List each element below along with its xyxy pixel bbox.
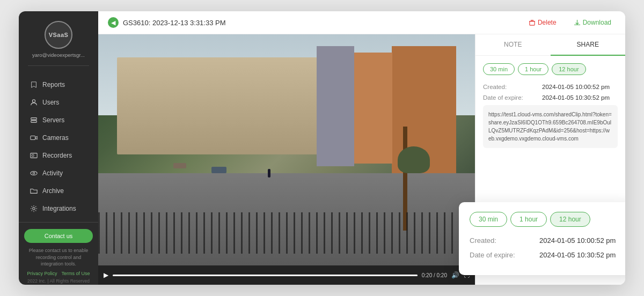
floating-expire-value: 2024-01-05 10:30:52 pm: [539, 251, 616, 259]
back-arrow-icon[interactable]: ◀: [108, 17, 119, 28]
time-display: 0:20 / 0:20: [422, 272, 447, 278]
sidebar-item-label: Archive: [42, 187, 64, 195]
tree-canopy: [398, 146, 430, 173]
expire-value: 2024-01-05 10:30:52 pm: [542, 94, 610, 101]
volume-icon[interactable]: 🔊: [451, 271, 459, 279]
duration-12hour-btn[interactable]: 12 hour: [552, 63, 586, 75]
floating-30min-btn[interactable]: 30 min: [470, 212, 507, 227]
tabs-header: NOTE SHARE: [475, 34, 625, 56]
sidebar-note: Please contact us to enable recording co…: [24, 247, 93, 268]
topbar: ◀ GS3610: 2023-12-13 3:31:33 PM Delete D…: [98, 11, 625, 34]
expire-row: Date of expire: 2024-01-05 10:30:52 pm: [483, 94, 618, 101]
sidebar-email: yaro@videoexpertsgr...: [28, 52, 89, 66]
folder-icon: [30, 187, 38, 195]
duration-30min-btn[interactable]: 30 min: [483, 63, 515, 75]
created-value: 2024-01-05 10:00:52 pm: [542, 84, 610, 90]
share-url-text: https://test1.cloud-vms.com/sharedClip.h…: [488, 112, 612, 142]
privacy-link[interactable]: Privacy Policy: [27, 271, 57, 276]
contact-button[interactable]: Contact us: [24, 229, 93, 243]
sidebar-item-reports[interactable]: Reports: [22, 76, 95, 93]
svg-rect-3: [31, 136, 35, 140]
sidebar-item-label: Servers: [42, 116, 64, 124]
recorder-icon: [30, 151, 38, 160]
sidebar-logo: VSaaS yaro@videoexpertsgr...: [19, 11, 98, 71]
car-2: [173, 163, 186, 168]
video-panel: ▶ 0:20 / 0:20 🔊 ⛶: [98, 34, 475, 285]
sidebar-links: Privacy Policy Terms of Use: [24, 271, 93, 276]
floating-share-card: 30 min 1 hour 12 hour Created: 2024-01-0…: [459, 202, 625, 275]
tab-share[interactable]: SHARE: [551, 34, 626, 56]
user-icon: [30, 98, 38, 107]
video-controls: ▶ 0:20 / 0:20 🔊 ⛶: [98, 265, 475, 285]
sidebar-item-label: Activity: [42, 169, 63, 177]
camera-icon: [30, 134, 38, 142]
svg-rect-1: [31, 118, 37, 120]
download-label: Download: [583, 19, 611, 26]
bookmark-icon: [30, 80, 38, 89]
app-window: VSaaS yaro@videoexpertsgr... Reports Use…: [19, 11, 625, 285]
sidebar-item-label: Users: [42, 99, 59, 106]
sidebar-item-users[interactable]: Users: [22, 94, 95, 111]
sidebar-item-integrations[interactable]: Integrations: [22, 200, 95, 217]
page-title: GS3610: 2023-12-13 3:31:33 PM: [123, 19, 226, 27]
floating-duration-buttons: 30 min 1 hour 12 hour: [470, 212, 625, 227]
progress-bar[interactable]: [113, 275, 418, 276]
floating-created-value: 2024-01-05 10:00:52 pm: [539, 236, 616, 245]
sidebar-item-label: Recorders: [42, 152, 72, 159]
svg-point-8: [33, 208, 35, 210]
sidebar: VSaaS yaro@videoexpertsgr... Reports Use…: [19, 11, 98, 285]
topbar-title: ◀ GS3610: 2023-12-13 3:31:33 PM: [108, 17, 226, 28]
building-2: [349, 53, 392, 164]
video-frame: [98, 34, 475, 265]
car-1: [211, 167, 226, 173]
logo-circle: VSaaS: [45, 21, 72, 49]
svg-point-7: [33, 172, 35, 174]
trash-icon: [529, 19, 536, 26]
sidebar-footer: Contact us Please contact us to enable r…: [19, 222, 98, 285]
fence: [98, 212, 475, 254]
sidebar-item-servers[interactable]: Servers: [22, 112, 95, 129]
share-url-box[interactable]: https://test1.cloud-vms.com/sharedClip.h…: [483, 105, 618, 148]
progress-fill: [113, 275, 418, 276]
svg-rect-2: [31, 121, 37, 123]
sidebar-item-cameras[interactable]: Cameras: [22, 129, 95, 146]
logo-text: VSaaS: [49, 32, 69, 38]
download-button[interactable]: Download: [569, 17, 616, 28]
sidebar-item-recorders[interactable]: Recorders: [22, 147, 95, 164]
floating-12hour-btn[interactable]: 12 hour: [550, 212, 590, 227]
building-3: [317, 46, 354, 166]
sidebar-item-label: Integrations: [42, 205, 76, 212]
sidebar-nav: Reports Users Servers Cameras: [19, 71, 98, 222]
sidebar-item-archive[interactable]: Archive: [22, 182, 95, 199]
road-perspective: [117, 57, 343, 154]
floating-expire-label: Date of expire:: [470, 251, 539, 259]
delete-button[interactable]: Delete: [524, 17, 561, 28]
topbar-actions: Delete Download: [524, 17, 616, 28]
svg-rect-5: [32, 154, 34, 157]
eye-icon: [30, 169, 38, 177]
server-icon: [30, 116, 38, 124]
expire-label: Date of expire:: [483, 94, 542, 101]
duration-1hour-btn[interactable]: 1 hour: [518, 63, 548, 75]
svg-point-0: [32, 100, 35, 102]
gear-icon: [30, 204, 38, 213]
svg-point-6: [31, 172, 37, 175]
download-icon: [574, 19, 581, 26]
sidebar-item-activity[interactable]: Activity: [22, 165, 95, 182]
svg-rect-9: [530, 21, 535, 25]
person-silhouette: [268, 169, 270, 177]
created-label: Created:: [483, 84, 542, 90]
duration-buttons: 30 min 1 hour 12 hour: [483, 63, 618, 75]
floating-expire-row: Date of expire: 2024-01-05 10:30:52 pm: [470, 251, 625, 259]
year-notice: 2022 Inc. | All Rights Reserved: [24, 278, 93, 284]
created-row: Created: 2024-01-05 10:00:52 pm: [483, 84, 618, 90]
delete-label: Delete: [538, 19, 557, 26]
sidebar-item-label: Reports: [42, 81, 65, 88]
floating-created-row: Created: 2024-01-05 10:00:52 pm: [470, 236, 625, 245]
terms-link[interactable]: Terms of Use: [62, 271, 90, 276]
play-button[interactable]: ▶: [104, 271, 108, 279]
tab-note[interactable]: NOTE: [475, 34, 551, 56]
floating-created-label: Created:: [470, 236, 539, 245]
sidebar-item-label: Cameras: [42, 134, 69, 142]
floating-1hour-btn[interactable]: 1 hour: [510, 212, 547, 227]
